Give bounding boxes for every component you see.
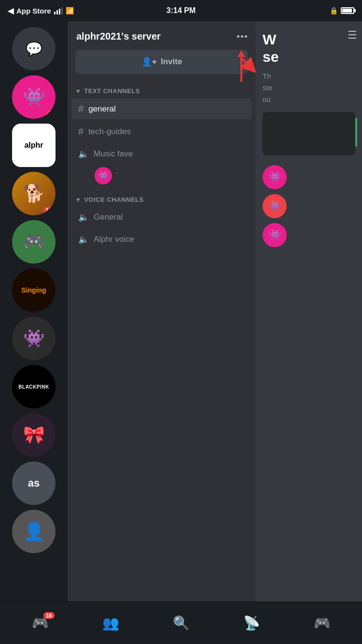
right-panel-avatar-3: 👾 — [263, 223, 287, 247]
status-right: 🔒 — [330, 7, 354, 14]
sidebar-item-shiba[interactable]: 🐕 11 — [12, 172, 56, 215]
music-user-tick: ` — [116, 172, 118, 180]
back-arrow-icon: ◀ — [8, 6, 14, 15]
minecraft-icon: 🎮 — [23, 232, 45, 252]
voice-channels-label: VOICE CHANNELS — [84, 196, 143, 203]
sidebar-item-alphr[interactable]: alphr — [12, 124, 56, 167]
sidebar-item-dm[interactable]: 💬 — [12, 27, 56, 70]
right-panel-image — [263, 112, 355, 155]
channel-name-alphr-voice: Alphr voice — [94, 235, 134, 244]
wifi-icon: 📶 — [66, 7, 74, 14]
search-tab-icon: 🔍 — [173, 615, 190, 631]
sidebar-item-pink2[interactable]: 🎀 — [12, 413, 56, 457]
tab-profile[interactable]: 🎮 — [306, 611, 338, 635]
friends-tab-icon: 👥 — [102, 615, 119, 631]
channel-item-music-fave[interactable]: 🔈 Music fave — [71, 144, 252, 164]
hashtag-icon-general: # — [78, 103, 84, 114]
channel-name-general-voice: General — [94, 212, 123, 222]
shiba-badge: 11 — [43, 207, 55, 214]
text-channels-section-header[interactable]: ▼ TEXT CHANNELS — [68, 82, 256, 98]
home-tab-badge: 16 — [43, 612, 54, 619]
sidebar-item-bottom[interactable]: 👤 — [12, 510, 56, 553]
shiba-icon: 🐕 — [23, 183, 45, 204]
invite-icon: 👤+ — [141, 56, 157, 67]
status-left: ◀ App Store 📶 — [8, 6, 74, 15]
server-name: alphr2021's server — [76, 31, 161, 42]
right-panel-avatar-1: 👾 — [263, 165, 287, 189]
app-container: 💬 👾 5 alphr 🐕 11 🎮 Singing 👾 — [0, 21, 362, 644]
voice-channels-chevron: ▼ — [75, 196, 81, 203]
invite-label: Invite — [161, 57, 182, 67]
channel-list: alphr2021's server 👤+ Invite — [68, 21, 256, 644]
blackpink-label: BLACKPINK — [18, 384, 49, 390]
discord-logo-icon: 👾 — [23, 86, 45, 108]
right-panel-subtitle: Thsteou — [263, 70, 355, 105]
channel-name-tech-guides: tech-guides — [88, 127, 131, 137]
right-panel-avatar-2: 👾 — [263, 194, 287, 218]
channel-item-alphr-voice[interactable]: 🔈 Alphr voice — [71, 229, 252, 250]
voice-channels-section-header[interactable]: ▼ VOICE CHANNELS — [68, 190, 256, 206]
sidebar-item-discord[interactable]: 👾 5 — [12, 75, 56, 119]
status-bar: ◀ App Store 📶 3:14 PM 🔒 — [0, 0, 362, 21]
game-icon: 👾 — [23, 328, 45, 349]
battery-icon — [341, 7, 354, 14]
text-channels-label: TEXT CHANNELS — [84, 87, 140, 95]
sidebar-item-singing[interactable]: Singing — [12, 268, 56, 312]
tab-bar: 🎮 16 👥 🔍 📡 🎮 — [0, 602, 362, 644]
sidebar-item-minecraft[interactable]: 🎮 — [12, 220, 56, 264]
mentions-tab-icon: 📡 — [243, 615, 260, 631]
voice-icon-general: 🔈 — [78, 212, 89, 223]
status-time: 3:14 PM — [167, 6, 195, 15]
discord-avatar-icon: 👾 — [97, 170, 110, 182]
text-channels-chevron: ▼ — [75, 88, 81, 95]
channel-item-tech-guides[interactable]: # tech-guides — [71, 121, 252, 142]
channel-header: alphr2021's server — [68, 21, 256, 50]
hamburger-menu-icon[interactable]: ☰ — [348, 29, 357, 42]
singing-icon: Singing — [21, 286, 46, 294]
tab-friends[interactable]: 👥 — [95, 611, 127, 635]
channel-name-music-fave: Music fave — [94, 149, 133, 159]
as-label: as — [28, 477, 40, 490]
carrier-label: App Store — [16, 7, 51, 15]
right-panel-title: Wse — [263, 31, 355, 66]
bottom-icon: 👤 — [23, 521, 45, 542]
right-panel-avatars: 👾 👾 👾 — [263, 165, 355, 247]
tab-mentions[interactable]: 📡 — [236, 611, 268, 635]
music-user-avatar: 👾 — [95, 167, 112, 184]
chat-icon: 💬 — [26, 41, 42, 57]
music-user-item: 👾 ` — [71, 165, 252, 186]
tab-home[interactable]: 🎮 16 — [24, 611, 56, 635]
channel-name-general: general — [88, 104, 116, 114]
profile-tab-icon: 🎮 — [314, 615, 331, 631]
signal-icon — [54, 7, 63, 14]
discord-badge: 5 — [46, 110, 55, 118]
alphr-label: alphr — [24, 141, 43, 150]
lock-icon: 🔒 — [330, 7, 338, 14]
sidebar-item-blackpink[interactable]: BLACKPINK — [12, 365, 56, 408]
more-options-button[interactable] — [237, 35, 247, 38]
pink2-icon: 🎀 — [23, 425, 45, 445]
sidebar-item-game[interactable]: 👾 — [12, 317, 56, 360]
channel-item-general[interactable]: # general — [71, 98, 252, 119]
green-line-indicator — [355, 118, 357, 147]
tab-search[interactable]: 🔍 — [165, 611, 197, 635]
sidebar-item-as[interactable]: as — [12, 462, 56, 505]
channel-item-general-voice[interactable]: 🔈 General — [71, 207, 252, 227]
right-panel: Wse Thsteou 👾 👾 👾 — [256, 21, 362, 644]
server-sidebar: 💬 👾 5 alphr 🐕 11 🎮 Singing 👾 — [0, 21, 68, 644]
hashtag-icon-tech-guides: # — [78, 126, 84, 137]
invite-button[interactable]: 👤+ Invite — [75, 50, 248, 74]
voice-icon-alphr: 🔈 — [78, 234, 89, 245]
voice-icon-music-fave: 🔈 — [78, 149, 89, 159]
